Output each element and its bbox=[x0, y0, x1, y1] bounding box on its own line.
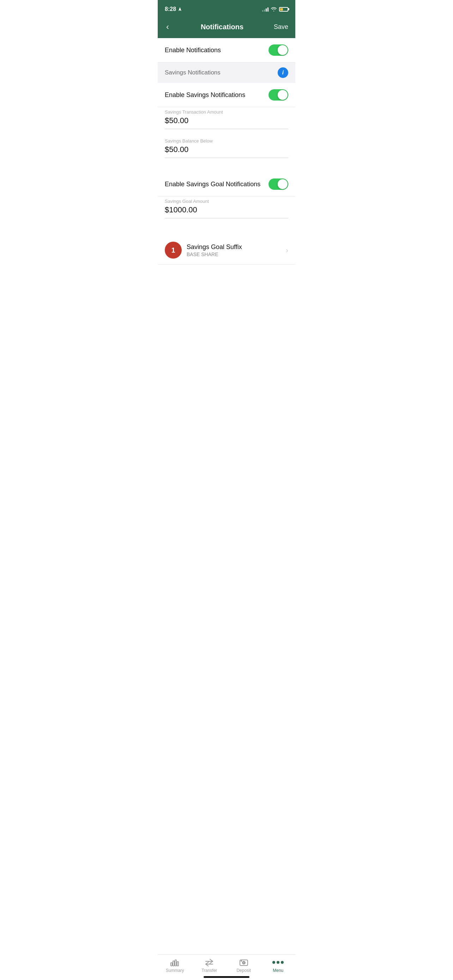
chevron-right-icon: › bbox=[286, 246, 288, 255]
savings-goal-amount-label: Savings Goal Amount bbox=[165, 199, 288, 204]
suffix-title: Savings Goal Suffix bbox=[187, 243, 281, 251]
spacer-4 bbox=[158, 218, 295, 226]
suffix-badge: 1 bbox=[165, 242, 182, 259]
enable-savings-notifications-label: Enable Savings Notifications bbox=[165, 91, 245, 99]
page-title: Notifications bbox=[201, 23, 243, 31]
enable-notifications-label: Enable Notifications bbox=[165, 46, 221, 54]
suffix-subtitle: BASE SHARE bbox=[187, 251, 281, 257]
enable-savings-notifications-toggle[interactable] bbox=[269, 89, 288, 100]
status-time: 8:28 bbox=[165, 6, 183, 12]
status-bar: 8:28 bbox=[158, 0, 295, 17]
signal-bar-4 bbox=[267, 7, 269, 12]
enable-savings-notifications-row: Enable Savings Notifications bbox=[158, 83, 295, 107]
savings-transaction-amount-label: Savings Transaction Amount bbox=[165, 109, 288, 115]
toggle-knob-goal bbox=[278, 179, 288, 189]
savings-goal-suffix-row[interactable]: 1 Savings Goal Suffix BASE SHARE › bbox=[158, 236, 295, 264]
signal-bar-1 bbox=[262, 10, 263, 12]
battery-icon bbox=[279, 7, 288, 12]
enable-notifications-row: Enable Notifications bbox=[158, 38, 295, 62]
nav-bar: ‹ Notifications Save bbox=[158, 17, 295, 38]
signal-bar-3 bbox=[265, 8, 267, 12]
suffix-content: Savings Goal Suffix BASE SHARE bbox=[187, 243, 281, 257]
enable-savings-goal-notifications-label: Enable Savings Goal Notifications bbox=[165, 181, 261, 188]
toggle-knob bbox=[278, 45, 288, 55]
save-button[interactable]: Save bbox=[274, 23, 288, 31]
location-icon bbox=[178, 7, 183, 12]
back-button[interactable]: ‹ bbox=[165, 21, 170, 32]
spacer-3 bbox=[158, 165, 295, 172]
enable-savings-goal-notifications-row: Enable Savings Goal Notifications bbox=[158, 172, 295, 196]
time-display: 8:28 bbox=[165, 6, 176, 12]
savings-goal-amount-row: Savings Goal Amount $1000.00 bbox=[158, 196, 295, 218]
wifi-icon bbox=[270, 7, 277, 12]
savings-notifications-header: Savings Notifications i bbox=[158, 62, 295, 83]
status-icons bbox=[262, 7, 288, 12]
savings-balance-below-row: Savings Balance Below $50.00 bbox=[158, 136, 295, 158]
spacer-2 bbox=[158, 158, 295, 165]
signal-bars bbox=[262, 7, 269, 12]
savings-transaction-amount-value[interactable]: $50.00 bbox=[165, 116, 288, 129]
savings-transaction-amount-row: Savings Transaction Amount $50.00 bbox=[158, 107, 295, 129]
savings-balance-below-value[interactable]: $50.00 bbox=[165, 145, 288, 158]
savings-goal-amount-value[interactable]: $1000.00 bbox=[165, 205, 288, 218]
savings-balance-below-label: Savings Balance Below bbox=[165, 138, 288, 143]
spacer-1 bbox=[158, 129, 295, 136]
battery-fill bbox=[280, 8, 283, 11]
enable-notifications-toggle[interactable] bbox=[269, 45, 288, 56]
enable-savings-goal-notifications-toggle[interactable] bbox=[269, 178, 288, 190]
signal-bar-2 bbox=[264, 10, 265, 12]
content: Enable Notifications Savings Notificatio… bbox=[158, 38, 295, 264]
spacer-5 bbox=[158, 226, 295, 232]
savings-notifications-header-label: Savings Notifications bbox=[165, 69, 221, 76]
savings-notifications-info-button[interactable]: i bbox=[278, 67, 288, 78]
toggle-knob-savings bbox=[278, 90, 288, 100]
